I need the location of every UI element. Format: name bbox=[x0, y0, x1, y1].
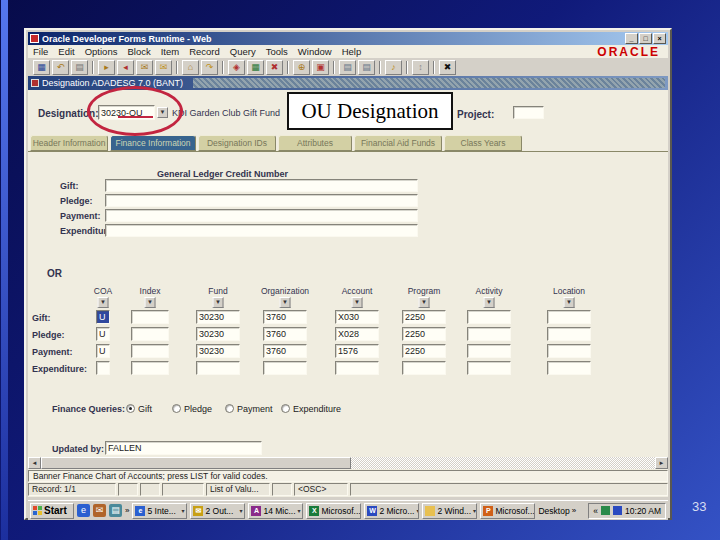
grid-field[interactable] bbox=[547, 310, 591, 324]
gl-gift-input[interactable] bbox=[105, 179, 418, 192]
tab-financial-aid-funds[interactable]: Financial Aid Funds bbox=[354, 135, 442, 151]
window-list-icon[interactable]: ▤ bbox=[339, 60, 356, 75]
internet-explorer-icon[interactable]: e bbox=[77, 504, 90, 517]
grid-field[interactable] bbox=[547, 361, 591, 375]
grid-field[interactable] bbox=[335, 310, 379, 324]
grid-field[interactable] bbox=[467, 344, 511, 358]
task-powerpoint[interactable]: P Microsof... bbox=[480, 503, 535, 519]
print-icon[interactable]: ▤ bbox=[71, 60, 88, 75]
menu-block[interactable]: Block bbox=[122, 46, 155, 57]
window-list-icon[interactable]: ▤ bbox=[358, 60, 375, 75]
designation-lov-button[interactable]: ▼ bbox=[157, 107, 168, 118]
account-lov-button[interactable]: ▼ bbox=[352, 297, 363, 308]
exit-icon[interactable]: ✖ bbox=[439, 60, 456, 75]
minimize-button[interactable]: _ bbox=[625, 33, 638, 44]
tab-header-information[interactable]: Header Information bbox=[30, 135, 108, 151]
tray-app-icon[interactable] bbox=[601, 506, 610, 515]
task-outlook[interactable]: ✉ 2 Out... ▾ bbox=[190, 503, 245, 519]
grid-field[interactable] bbox=[96, 327, 110, 341]
task-word[interactable]: W 2 Micro... ▾ bbox=[364, 503, 419, 519]
grid-field[interactable] bbox=[196, 310, 240, 324]
grid-field[interactable] bbox=[196, 344, 240, 358]
grid-field[interactable] bbox=[131, 344, 169, 358]
maximize-button[interactable]: □ bbox=[639, 33, 652, 44]
remove-record-icon[interactable]: ◂ bbox=[117, 60, 134, 75]
gl-pledge-input[interactable] bbox=[105, 194, 418, 207]
menu-file[interactable]: File bbox=[28, 46, 53, 57]
next-block-icon[interactable]: ↷ bbox=[201, 60, 218, 75]
grid-field[interactable] bbox=[467, 361, 511, 375]
insert-record-icon[interactable]: ▸ bbox=[98, 60, 115, 75]
close-button[interactable]: × bbox=[653, 33, 666, 44]
fund-lov-button[interactable]: ▼ bbox=[213, 297, 224, 308]
task-internet-explorer[interactable]: e 5 Inte... ▾ bbox=[132, 503, 187, 519]
previous-block-icon[interactable]: ⌂ bbox=[182, 60, 199, 75]
task-excel[interactable]: X Microsof... bbox=[306, 503, 361, 519]
grid-field[interactable] bbox=[196, 327, 240, 341]
desktop-overflow[interactable]: » bbox=[572, 506, 576, 515]
task-access[interactable]: A 14 Mic... ▾ bbox=[248, 503, 303, 519]
grid-field[interactable] bbox=[467, 310, 511, 324]
grid-field[interactable] bbox=[96, 344, 110, 358]
tray-user-icon[interactable] bbox=[613, 506, 622, 515]
form-mdi-titlebar[interactable]: Designation ADADESG 7.0 (BANT) bbox=[28, 76, 668, 90]
menu-item[interactable]: Item bbox=[156, 46, 184, 57]
grid-field[interactable] bbox=[96, 310, 110, 324]
grid-field[interactable] bbox=[547, 327, 591, 341]
menu-edit[interactable]: Edit bbox=[53, 46, 79, 57]
program-lov-button[interactable]: ▼ bbox=[419, 297, 430, 308]
grid-field[interactable] bbox=[402, 327, 446, 341]
project-input[interactable] bbox=[513, 106, 544, 119]
user-icon[interactable]: ▣ bbox=[312, 60, 329, 75]
rollback-icon[interactable]: ↶ bbox=[52, 60, 69, 75]
radio-payment[interactable] bbox=[225, 404, 234, 413]
tab-class-years[interactable]: Class Years bbox=[444, 135, 522, 151]
grid-field[interactable] bbox=[402, 344, 446, 358]
radio-expenditure[interactable] bbox=[281, 404, 290, 413]
start-button[interactable]: Start bbox=[30, 503, 74, 519]
task-windows-explorer[interactable]: 2 Wind... ▾ bbox=[422, 503, 477, 519]
updated-by-input[interactable] bbox=[105, 441, 262, 455]
desktop-toolbar[interactable]: Desktop » bbox=[538, 506, 576, 516]
post-icon[interactable]: ⊕ bbox=[293, 60, 310, 75]
tab-designation-ids[interactable]: Designation IDs bbox=[198, 135, 276, 151]
grid-field[interactable] bbox=[402, 310, 446, 324]
enter-query-icon[interactable]: ✉ bbox=[136, 60, 153, 75]
menu-record[interactable]: Record bbox=[184, 46, 225, 57]
radio-gift[interactable] bbox=[126, 404, 135, 413]
grid-field[interactable] bbox=[263, 327, 307, 341]
grid-field[interactable] bbox=[335, 344, 379, 358]
menu-tools[interactable]: Tools bbox=[261, 46, 293, 57]
menu-help[interactable]: Help bbox=[337, 46, 367, 57]
gl-payment-input[interactable] bbox=[105, 209, 418, 222]
outlook-icon[interactable]: ✉ bbox=[93, 504, 106, 517]
menu-options[interactable]: Options bbox=[80, 46, 123, 57]
grid-field[interactable] bbox=[196, 361, 240, 375]
cancel-query-icon[interactable]: ◈ bbox=[228, 60, 245, 75]
tray-collapse-icon[interactable]: « bbox=[593, 506, 598, 516]
sound-icon[interactable]: ♪ bbox=[385, 60, 402, 75]
tab-attributes[interactable]: Attributes bbox=[278, 135, 352, 151]
grid-field[interactable] bbox=[335, 327, 379, 341]
grid-field[interactable] bbox=[263, 344, 307, 358]
radio-pledge[interactable] bbox=[172, 404, 181, 413]
view-table-icon[interactable]: ▦ bbox=[247, 60, 264, 75]
quick-launch-overflow[interactable]: » bbox=[125, 506, 129, 515]
activity-lov-button[interactable]: ▼ bbox=[484, 297, 495, 308]
organization-lov-button[interactable]: ▼ bbox=[280, 297, 291, 308]
location-lov-button[interactable]: ▼ bbox=[564, 297, 575, 308]
grid-field[interactable] bbox=[467, 327, 511, 341]
grid-field[interactable] bbox=[263, 310, 307, 324]
scroll-right-icon[interactable]: ► bbox=[655, 457, 668, 469]
grid-field[interactable] bbox=[547, 344, 591, 358]
menu-query[interactable]: Query bbox=[225, 46, 261, 57]
navigate-icon[interactable]: ↕ bbox=[412, 60, 429, 75]
execute-query-icon[interactable]: ✉ bbox=[155, 60, 172, 75]
grid-field[interactable] bbox=[335, 361, 379, 375]
grid-field[interactable] bbox=[402, 361, 446, 375]
gl-expenditure-input[interactable] bbox=[105, 224, 418, 237]
remove-table-icon[interactable]: ✖ bbox=[266, 60, 283, 75]
show-desktop-icon[interactable]: ▤ bbox=[109, 504, 122, 517]
grid-field[interactable] bbox=[263, 361, 307, 375]
grid-field[interactable] bbox=[131, 327, 169, 341]
